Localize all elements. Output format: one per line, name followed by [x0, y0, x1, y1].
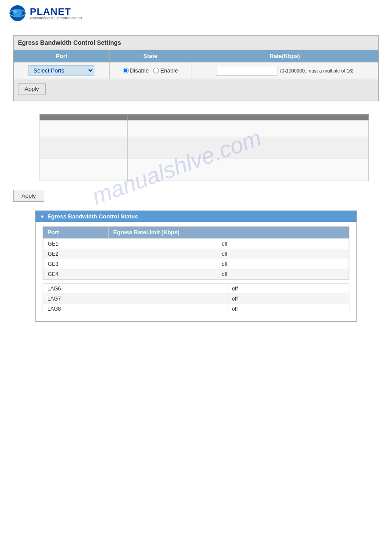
enable-label: Enable [160, 67, 178, 74]
ge-port-cell: GE3 [43, 259, 217, 269]
status-header: ▼ Egress Bandwidth Control Status [36, 211, 356, 222]
mid-row-1 [40, 120, 369, 137]
standalone-apply-button[interactable]: Apply [13, 190, 44, 202]
ge-row: GE2off [43, 249, 349, 259]
settings-title: Egress Bandwidth Control Settings [14, 36, 378, 50]
lag-rate-cell: off [227, 304, 349, 314]
header: PLANET Networking & Communication [0, 0, 392, 26]
planet-logo-icon [9, 4, 26, 22]
mid-section [13, 114, 379, 181]
logo-subtext: Networking & Communication [30, 16, 82, 20]
ge-rate-cell: off [217, 269, 349, 279]
settings-row: Select Ports Disable [14, 62, 378, 79]
mid-cell-1-2 [128, 120, 369, 137]
lag-table: LAG6offLAG7offLAG8off [43, 283, 349, 314]
mid-row-2 [40, 137, 369, 159]
main-content: Egress Bandwidth Control Settings Port S… [0, 26, 392, 344]
state-radio-group: Disable Enable [114, 67, 187, 74]
status-header-title: Egress Bandwidth Control Status [47, 213, 138, 220]
mid-cell-1-1 [40, 120, 128, 137]
mid-cell-2-2 [128, 137, 369, 159]
mid-col-2 [128, 115, 369, 120]
settings-apply-button[interactable]: Apply [18, 83, 46, 94]
lag-port-cell: LAG8 [43, 304, 227, 314]
svg-point-3 [13, 10, 17, 13]
settings-box: Egress Bandwidth Control Settings Port S… [13, 35, 379, 101]
lag-row: LAG7off [43, 294, 349, 304]
ge-port-cell: GE1 [43, 239, 217, 249]
status-box: ▼ Egress Bandwidth Control Status Port E… [35, 210, 357, 322]
ge-port-cell: GE2 [43, 249, 217, 259]
mid-cell-2-1 [40, 137, 128, 159]
settings-table: Port State Rate(Kbps) Select Ports [14, 50, 378, 79]
ge-rate-cell: off [217, 239, 349, 249]
status-col-rate: Egress RateLimit (Kbps) [108, 227, 349, 238]
lag-rate-cell: off [227, 294, 349, 304]
mid-table [40, 114, 369, 181]
status-table-header: Port Egress RateLimit (Kbps) [43, 226, 349, 238]
status-col-port: Port [43, 227, 109, 238]
mid-cell-3-1 [40, 159, 128, 181]
ge-table: GE1offGE2offGE3offGE4off [43, 239, 349, 279]
enable-radio[interactable] [153, 68, 159, 73]
mid-cell-3-2 [128, 159, 369, 181]
apply-standalone-section: Apply [13, 190, 379, 202]
col-header-state: State [109, 50, 191, 62]
mid-row-3 [40, 159, 369, 181]
disable-radio-label[interactable]: Disable [123, 67, 149, 74]
lag-rate-cell: off [227, 284, 349, 294]
logo: PLANET Networking & Communication [9, 4, 383, 22]
collapse-arrow-icon[interactable]: ▼ [40, 214, 45, 219]
col-header-rate: Rate(Kbps) [191, 50, 378, 62]
enable-radio-label[interactable]: Enable [153, 67, 178, 74]
ge-row: GE1off [43, 239, 349, 249]
ge-row: GE3off [43, 259, 349, 269]
lag-port-cell: LAG6 [43, 284, 227, 294]
select-ports-dropdown[interactable]: Select Ports [29, 65, 94, 76]
rate-cell: (0-1000000, must a multiple of 16) [191, 62, 378, 79]
ge-row: GE4off [43, 269, 349, 279]
rate-input[interactable] [216, 66, 277, 76]
ge-scroll-area[interactable]: GE1offGE2offGE3offGE4off [43, 238, 349, 280]
ge-port-cell: GE4 [43, 269, 217, 279]
col-header-port: Port [14, 50, 110, 62]
disable-label: Disable [130, 67, 149, 74]
state-cell: Disable Enable [109, 62, 191, 79]
lag-row: LAG6off [43, 284, 349, 294]
lag-row: LAG8off [43, 304, 349, 314]
rate-hint: (0-1000000, must a multiple of 16) [280, 68, 354, 73]
ge-rate-cell: off [217, 259, 349, 269]
lag-port-cell: LAG7 [43, 294, 227, 304]
port-cell: Select Ports [14, 62, 110, 79]
rate-input-group: (0-1000000, must a multiple of 16) [196, 66, 374, 76]
mid-col-1 [40, 115, 128, 120]
disable-radio[interactable] [123, 68, 129, 73]
ge-rate-cell: off [217, 249, 349, 259]
